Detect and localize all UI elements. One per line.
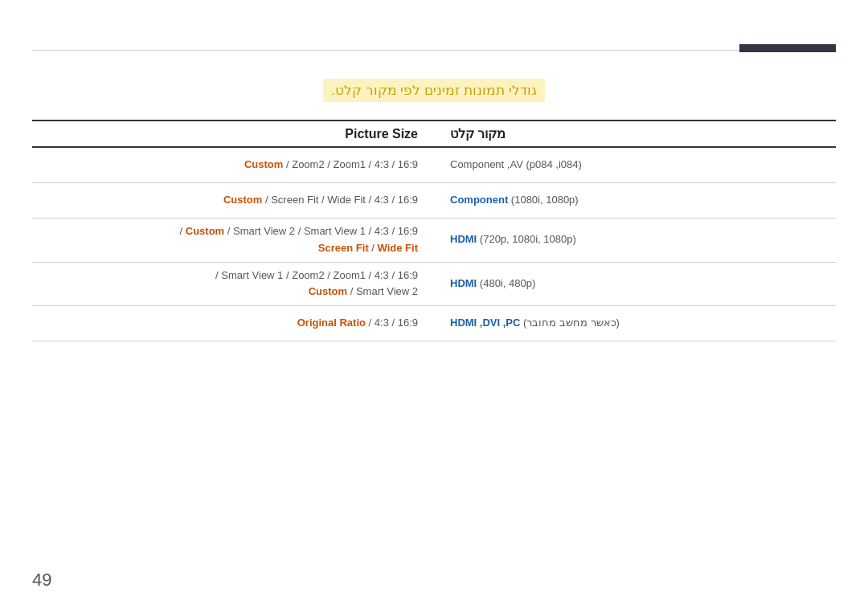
title-row: גודלי תמונות זמינים לפי מקור קלט. — [32, 79, 836, 102]
row5-picture-size: Original Ratio / 4:3 / 16:9 — [32, 315, 434, 332]
table-row: Custom / Zoom2 / Zoom1 / 4:3 / 16:9 (p08… — [32, 148, 836, 183]
row2-custom: Custom — [223, 194, 262, 206]
row3-picture-size: / Custom / Smart View 2 / Smart View 1 /… — [32, 223, 434, 257]
row2-picture-size: Custom / Screen Fit / Wide Fit / 4:3 / 1… — [32, 192, 434, 209]
main-content: גודלי תמונות זמינים לפי מקור קלט. Pictur… — [32, 64, 836, 341]
row1-custom: Custom — [244, 158, 283, 170]
row1-picture-size: Custom / Zoom2 / Zoom1 / 4:3 / 16:9 — [32, 157, 434, 174]
row4-source: (480i, 480p) HDMI — [434, 276, 836, 292]
row4-picture-size: / Smart View 1 / Zoom2 / Zoom1 / 4:3 / 1… — [32, 268, 434, 301]
row3-source: (720p, 1080i, 1080p) HDMI — [434, 231, 836, 248]
row5-source: (כאשר מחשב מחובר) HDMI ,DVI ,PC — [434, 315, 836, 332]
page-number: 49 — [32, 570, 51, 591]
right-accent-bar — [739, 44, 836, 52]
col-source-header: מקור קלט — [434, 126, 836, 141]
table-row: Original Ratio / 4:3 / 16:9 (כאשר מחשב מ… — [32, 306, 836, 341]
table-row: Custom / Screen Fit / Wide Fit / 4:3 / 1… — [32, 183, 836, 219]
row2-source: (1080i, 1080p) Component — [434, 192, 836, 209]
table-header: Picture Size מקור קלט — [32, 120, 836, 148]
row1-rest: / Zoom2 / Zoom1 / 4:3 / 16:9 — [283, 158, 418, 170]
table-row: / Smart View 1 / Zoom2 / Zoom1 / 4:3 / 1… — [32, 263, 836, 307]
row5-original-ratio: Original Ratio — [297, 317, 366, 329]
table-row: / Custom / Smart View 2 / Smart View 1 /… — [32, 219, 836, 263]
row1-source: (p084 ,i084) Component ,AV — [434, 157, 836, 174]
page-title: גודלי תמונות זמינים לפי מקור קלט. — [323, 79, 544, 102]
col-picture-size-header: Picture Size — [32, 127, 434, 141]
top-divider — [32, 50, 836, 51]
